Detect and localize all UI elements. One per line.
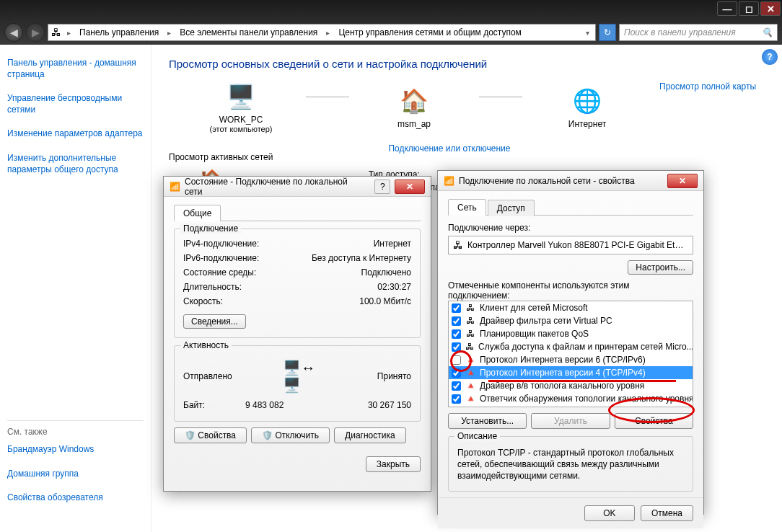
component-checkbox[interactable] bbox=[452, 329, 461, 339]
connection-status-dialog: 📶 Состояние - Подключение по локальной с… bbox=[163, 176, 431, 492]
breadcrumb-sep-icon[interactable]: ▸ bbox=[164, 29, 174, 37]
ipv4-value: Интернет bbox=[310, 239, 411, 249]
dialog-title: Состояние - Подключение по локальной сет… bbox=[185, 177, 366, 197]
component-label: Протокол Интернета версии 4 (TCP/IPv4) bbox=[480, 368, 646, 378]
adapter-box: Контроллер Marvell Yukon 88E8071 PCI-E G… bbox=[448, 236, 693, 254]
connection-properties-dialog: 📶 Подключение по локальной сети - свойст… bbox=[437, 170, 704, 515]
component-checkbox[interactable] bbox=[452, 355, 461, 365]
disable-button[interactable]: Отключить bbox=[251, 427, 330, 443]
tab-strip: Сеть Доступ bbox=[448, 198, 693, 216]
component-row[interactable]: 🔺Драйвер в/в тополога канального уровня bbox=[449, 379, 693, 392]
component-row[interactable]: 🔺Протокол Интернета версии 4 (TCP/IPv4) bbox=[449, 366, 693, 379]
computer-icon bbox=[226, 81, 256, 112]
sidebar-link-sharing[interactable]: Изменить дополнительные параметры общего… bbox=[7, 150, 144, 178]
title-bar: — ◻ ✕ bbox=[0, 0, 782, 20]
speed-label: Скорость: bbox=[183, 296, 310, 306]
tab-strip: Общие bbox=[174, 204, 421, 221]
component-row[interactable]: 🖧Драйвер фильтра сети Virtual PC bbox=[449, 314, 693, 327]
dialog-title-bar[interactable]: 📶 Подключение по локальной сети - свойст… bbox=[438, 171, 703, 191]
sidebar-link-home[interactable]: Панель управления - домашняя страница bbox=[7, 55, 144, 83]
component-checkbox[interactable] bbox=[452, 381, 461, 391]
install-button[interactable]: Установить... bbox=[448, 413, 527, 429]
sidebar-link-firewall[interactable]: Брандмауэр Windows bbox=[7, 441, 144, 458]
help-button[interactable]: ? bbox=[762, 49, 778, 65]
maximize-button[interactable]: ◻ bbox=[739, 1, 759, 16]
component-checkbox[interactable] bbox=[452, 368, 461, 378]
sidebar-link-homegroup[interactable]: Домашняя группа bbox=[7, 466, 144, 483]
component-row[interactable]: 🖧Служба доступа к файлам и принтерам сет… bbox=[449, 340, 693, 353]
search-input[interactable]: Поиск в панели управления 🔍 bbox=[619, 24, 778, 41]
dialog-title-bar[interactable]: 📶 Состояние - Подключение по локальной с… bbox=[164, 177, 431, 197]
bytes-recv-value: 30 267 150 bbox=[310, 400, 411, 410]
breadcrumb-3[interactable]: Центр управления сетями и общим доступом bbox=[335, 27, 524, 37]
close-dialog-button[interactable]: Закрыть bbox=[366, 456, 421, 472]
active-networks-header: Просмотр активных сетей bbox=[169, 152, 273, 162]
dialog-close-button[interactable]: ✕ bbox=[667, 174, 698, 188]
ok-button[interactable]: OK bbox=[584, 505, 635, 521]
component-properties-button[interactable]: Свойства bbox=[615, 413, 693, 429]
component-checkbox[interactable] bbox=[452, 303, 461, 313]
node-pc-label: WORK_PC bbox=[198, 115, 284, 125]
component-label: Драйвер в/в тополога канального уровня bbox=[480, 381, 644, 391]
page-title: Просмотр основных сведений о сети и наст… bbox=[169, 58, 765, 70]
description-group: Описание Протокол TCP/IP - стандартный п… bbox=[448, 436, 693, 492]
details-button[interactable]: Сведения... bbox=[183, 314, 246, 329]
service-icon: 🖧 bbox=[465, 303, 475, 313]
component-label: Драйвер фильтра сети Virtual PC bbox=[480, 316, 612, 326]
network-node-internet[interactable]: Интернет bbox=[544, 86, 631, 129]
diagnostics-button[interactable]: Диагностика bbox=[334, 427, 406, 443]
service-icon: 🖧 bbox=[465, 316, 475, 326]
components-header: Отмеченные компоненты используются этим … bbox=[448, 280, 693, 301]
network-node-pc[interactable]: WORK_PC (этот компьютер) bbox=[198, 81, 284, 133]
breadcrumb-sep-icon[interactable]: ▸ bbox=[64, 29, 74, 37]
network-node-router[interactable]: msm_ap bbox=[371, 86, 457, 129]
breadcrumb-2[interactable]: Все элементы панели управления bbox=[177, 27, 320, 37]
sidebar-link-ieopts[interactable]: Свойства обозревателя bbox=[7, 489, 144, 507]
properties-button[interactable]: Свойства bbox=[174, 427, 247, 443]
component-row[interactable]: 🔺Протокол Интернета версии 6 (TCP/IPv6) bbox=[449, 353, 693, 366]
speed-value: 100.0 Мбит/с bbox=[310, 296, 411, 306]
globe-icon bbox=[572, 86, 602, 116]
dialog-close-button[interactable]: ✕ bbox=[395, 179, 425, 194]
address-bar[interactable]: 🖧 ▸ Панель управления ▸ Все элементы пан… bbox=[48, 24, 596, 41]
tab-access[interactable]: Доступ bbox=[488, 200, 535, 216]
ipv4-label: IPv4-подключение: bbox=[183, 239, 310, 249]
component-checkbox[interactable] bbox=[452, 342, 461, 352]
components-list[interactable]: 🖧Клиент для сетей Microsoft🖧Драйвер филь… bbox=[448, 301, 693, 407]
breadcrumb-1[interactable]: Панель управления bbox=[76, 27, 162, 37]
component-row[interactable]: 🔺Ответчик обнаружения топологии канально… bbox=[449, 392, 693, 405]
nic-icon bbox=[453, 239, 463, 251]
node-inet-label: Интернет bbox=[544, 119, 631, 129]
component-row[interactable]: 🖧Планировщик пакетов QoS bbox=[449, 327, 693, 340]
minimize-button[interactable]: — bbox=[717, 1, 737, 16]
view-full-map-link[interactable]: Просмотр полной карты bbox=[659, 81, 756, 92]
service-icon: 🖧 bbox=[465, 342, 474, 352]
connect-disconnect-link[interactable]: Подключение или отключение bbox=[388, 143, 510, 162]
connection-line bbox=[306, 97, 349, 97]
protocol-icon: 🔺 bbox=[465, 368, 475, 378]
breadcrumb-dropdown-icon[interactable]: ▾ bbox=[583, 29, 592, 37]
activity-legend: Активность bbox=[180, 340, 232, 350]
nav-back-button[interactable]: ◀ bbox=[4, 23, 23, 42]
cancel-button[interactable]: Отмена bbox=[641, 505, 693, 521]
protocol-icon: 🔺 bbox=[465, 394, 475, 404]
bytes-label: Байт: bbox=[183, 400, 245, 410]
dialog-help-button[interactable]: ? bbox=[374, 179, 390, 194]
refresh-button[interactable]: ↻ bbox=[599, 24, 616, 41]
sidebar-link-adapter[interactable]: Изменение параметров адаптера bbox=[7, 125, 144, 143]
description-legend: Описание bbox=[454, 431, 500, 441]
breadcrumb-sep-icon[interactable]: ▸ bbox=[323, 29, 333, 37]
tab-general[interactable]: Общие bbox=[174, 205, 221, 221]
close-button[interactable]: ✕ bbox=[760, 1, 781, 16]
sidebar-link-wireless[interactable]: Управление беспроводными сетями bbox=[7, 90, 144, 118]
component-checkbox[interactable] bbox=[452, 394, 461, 404]
configure-button[interactable]: Настроить... bbox=[628, 260, 693, 275]
duration-label: Длительность: bbox=[183, 282, 310, 292]
tab-network[interactable]: Сеть bbox=[448, 199, 486, 216]
media-label: Состояние среды: bbox=[183, 267, 310, 278]
shield-icon bbox=[262, 430, 273, 440]
service-icon: 🖧 bbox=[465, 329, 475, 339]
component-checkbox[interactable] bbox=[452, 316, 461, 326]
component-row[interactable]: 🖧Клиент для сетей Microsoft bbox=[449, 301, 693, 314]
nav-forward-button[interactable]: ▶ bbox=[26, 23, 45, 42]
